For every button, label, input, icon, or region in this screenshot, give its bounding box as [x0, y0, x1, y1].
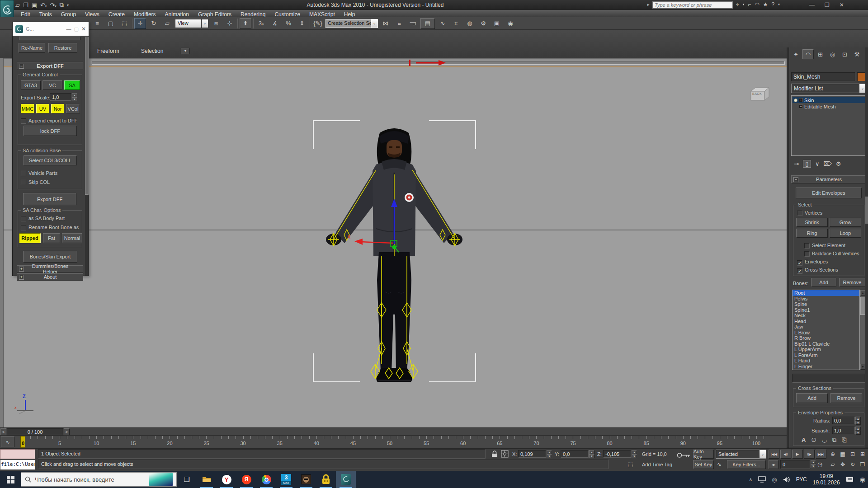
key-step-toggle[interactable]: ◂▸ [769, 460, 778, 469]
snap-toggle-3d-button[interactable]: 3ₙ [255, 18, 267, 29]
bones-skin-export-button[interactable]: Bones/Skin Export [23, 251, 77, 263]
auto-key-button[interactable]: Auto Key [693, 450, 714, 459]
bone-list-item[interactable]: L Brow [793, 330, 859, 336]
bone-list-item[interactable]: L ForeArm [793, 352, 859, 358]
curve-editor-button[interactable]: ∿ [437, 18, 448, 29]
search-highlight-image[interactable] [149, 473, 173, 486]
append-export-checkbox[interactable]: Append export to DFF [21, 117, 77, 125]
bone-list-item[interactable]: Root [793, 290, 859, 296]
plugin-scrollbar[interactable] [85, 36, 89, 276]
bone-filter-field[interactable] [792, 374, 865, 383]
time-slider-arrow-icon[interactable] [416, 60, 448, 66]
viewport-back[interactable]: BACK [4, 67, 787, 427]
about-rollout-header[interactable]: + About [17, 273, 83, 281]
restore-button[interactable]: Restore [48, 43, 77, 53]
shrink-button[interactable]: Shrink [796, 218, 828, 227]
favorites-star-icon[interactable]: ★ [763, 1, 768, 8]
make-unique-icon[interactable]: ∨ [815, 160, 820, 167]
key-mode-dropdown[interactable]: Selected ⌄ [716, 450, 766, 459]
percent-snap-button[interactable]: % [283, 18, 294, 29]
edit-envelopes-button[interactable]: Edit Envelopes [796, 188, 862, 198]
rendered-frame-window-button[interactable]: ▣ [491, 18, 503, 29]
skip-col-checkbox[interactable]: Skip COL [21, 178, 50, 186]
mirror-button[interactable]: ⋈ [380, 18, 392, 29]
selection-region-button[interactable]: ▢ [105, 18, 117, 29]
exclude-verts-icon[interactable]: ∅ [811, 436, 816, 444]
taskbar-game-app[interactable] [296, 471, 316, 488]
material-editor-button[interactable]: ◍ [464, 18, 476, 29]
squash-field[interactable]: 1,0 [832, 427, 855, 434]
zoom-button[interactable]: ⊕ [828, 450, 837, 459]
graphite-ribbon-toggle-button[interactable]: ▤ [420, 18, 435, 29]
scrollbar-thumb[interactable] [860, 297, 865, 315]
bones-remove-button[interactable]: Remove [839, 278, 865, 287]
tab-modify[interactable]: ◠ [802, 49, 814, 59]
language-indicator[interactable]: РУС [796, 476, 807, 483]
loop-button[interactable]: Loop [830, 229, 861, 238]
scroll-down-icon[interactable]: ▼ [860, 364, 865, 370]
maxscript-mini-listener[interactable] [0, 449, 35, 459]
bones-list[interactable]: RootPelvisSpineSpine1NeckHeadJawL BrowR … [792, 290, 860, 370]
current-frame-field[interactable]: 0 [780, 460, 810, 469]
maxscript-listener-line[interactable]: file:C:\User: [0, 460, 35, 470]
tray-target-icon[interactable]: ◉ [860, 476, 865, 483]
bone-list-item[interactable]: Jaw [793, 324, 859, 330]
help-icon[interactable]: ? [772, 1, 775, 8]
tab-display[interactable]: ⊡ [839, 49, 850, 59]
infocenter-search-input[interactable] [652, 1, 733, 9]
mode-normal-button[interactable]: Normal [62, 233, 82, 243]
manage-layers-button[interactable]: ⫎ [407, 18, 419, 29]
scrollbar-thumb[interactable] [85, 37, 89, 195]
keyboard-shortcut-override-button[interactable]: ⬆ [240, 18, 251, 29]
ribbon-tab-selection[interactable]: Selection [141, 48, 163, 54]
lock-dff-button[interactable]: lock DFF [24, 126, 77, 136]
ring-button[interactable]: Ring [796, 229, 828, 238]
clock[interactable]: 19:09 19.01.2026 [813, 473, 840, 486]
new-file-icon[interactable]: ▱ [15, 2, 20, 9]
select-element-checkbox[interactable]: Select Element [804, 241, 845, 249]
parameters-rollout-header[interactable]: − Parameters [791, 175, 866, 183]
field-of-view-button[interactable]: ▱ [828, 460, 837, 469]
select-and-move-button[interactable]: ✛ [134, 18, 146, 29]
frame-spinner[interactable]: ▲▼ [811, 460, 816, 468]
selection-lock-icon[interactable] [491, 450, 498, 457]
select-and-rotate-button[interactable]: ↻ [148, 18, 160, 29]
cross-sections-checkbox[interactable]: ✓Cross Sections [797, 266, 838, 274]
x-spinner[interactable]: ▲▼ [547, 450, 552, 458]
set-key-button[interactable]: Set Key [693, 460, 714, 469]
pin-stack-icon[interactable]: ⊸ [794, 160, 799, 167]
plugin-minimize-icon[interactable]: — [66, 26, 71, 32]
redo-icon[interactable]: ↷▾ [50, 2, 56, 9]
y-coordinate-field[interactable]: 0,0 [561, 450, 589, 458]
select-by-name-button[interactable]: ≡ [91, 18, 103, 29]
window-crossing-button[interactable]: ⬚ [118, 18, 130, 29]
backface-cull-checkbox[interactable]: Backface Cull Vertices [804, 249, 859, 258]
communication-center-icon[interactable]: ◠ [755, 1, 759, 8]
taskbar-yandex[interactable]: Я [236, 471, 256, 488]
tray-expand-icon[interactable]: ∧ [749, 477, 752, 483]
zoom-all-button[interactable]: ▦ [838, 450, 847, 459]
plugin-close-icon[interactable]: ✕ [81, 26, 86, 32]
start-button[interactable] [0, 471, 21, 488]
ribbon-collapse-button[interactable]: ▼ [181, 48, 190, 54]
paste-icon[interactable]: ⎘ [842, 436, 846, 444]
bone-list-item[interactable]: Spine [793, 301, 859, 307]
chevron-down-icon[interactable]: ⌄ [371, 19, 377, 28]
expand-icon[interactable]: + [799, 98, 803, 102]
project-folder-icon[interactable]: ⧉ [60, 1, 64, 9]
tab-create[interactable]: ✦ [790, 49, 802, 59]
grow-button[interactable]: Grow [830, 218, 861, 227]
schematic-view-button[interactable]: ⌗ [450, 18, 462, 29]
named-selection-set-combo[interactable]: Create Selection Se ⌄ [326, 19, 378, 28]
collapse-icon[interactable]: − [793, 177, 798, 182]
angle-snap-button[interactable]: ∡ [269, 18, 281, 29]
paint-weights-icon[interactable]: ◡ [822, 436, 827, 444]
infocenter-expand-icon[interactable]: ▸ [647, 2, 650, 7]
bone-list-item[interactable]: Pelvis [793, 296, 859, 302]
stack-item-skin[interactable]: + Skin [793, 97, 865, 103]
plugin-maximize-icon[interactable]: ▢ [74, 26, 79, 32]
x-coordinate-field[interactable]: 0,109 [518, 450, 546, 458]
play-button[interactable]: ▶ [792, 450, 803, 459]
show-end-result-icon[interactable]: ▯ [803, 160, 811, 168]
qat-overflow-icon[interactable]: ▾ [67, 3, 69, 7]
